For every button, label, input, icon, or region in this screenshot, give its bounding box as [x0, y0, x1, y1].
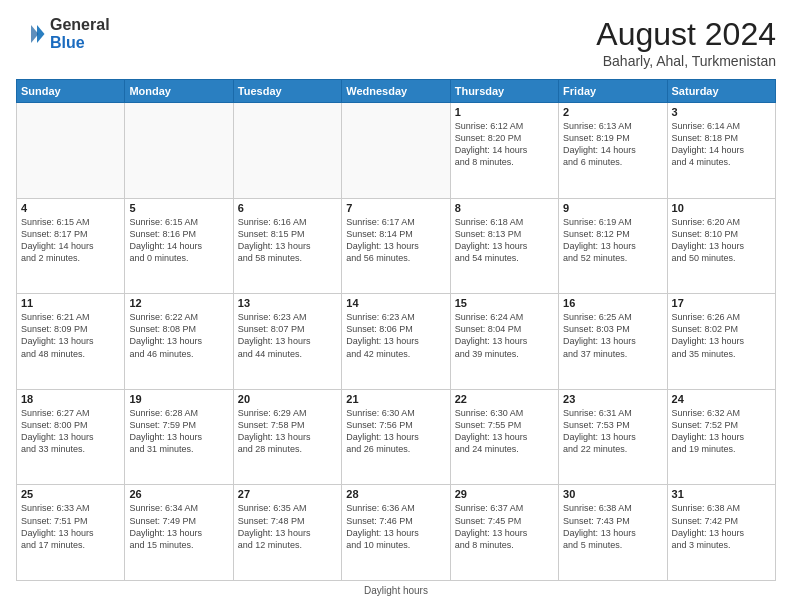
calendar-cell-w3d5: 23Sunrise: 6:31 AM Sunset: 7:53 PM Dayli…: [559, 389, 667, 485]
calendar-cell-w1d1: 5Sunrise: 6:15 AM Sunset: 8:16 PM Daylig…: [125, 198, 233, 294]
calendar-week-row-3: 18Sunrise: 6:27 AM Sunset: 8:00 PM Dayli…: [17, 389, 776, 485]
day-number: 12: [129, 297, 228, 309]
calendar-cell-w4d1: 26Sunrise: 6:34 AM Sunset: 7:49 PM Dayli…: [125, 485, 233, 581]
day-info: Sunrise: 6:15 AM Sunset: 8:16 PM Dayligh…: [129, 216, 228, 265]
calendar-cell-w3d2: 20Sunrise: 6:29 AM Sunset: 7:58 PM Dayli…: [233, 389, 341, 485]
day-info: Sunrise: 6:16 AM Sunset: 8:15 PM Dayligh…: [238, 216, 337, 265]
day-number: 8: [455, 202, 554, 214]
calendar-week-row-4: 25Sunrise: 6:33 AM Sunset: 7:51 PM Dayli…: [17, 485, 776, 581]
day-number: 19: [129, 393, 228, 405]
calendar-week-row-0: 1Sunrise: 6:12 AM Sunset: 8:20 PM Daylig…: [17, 103, 776, 199]
day-number: 15: [455, 297, 554, 309]
day-number: 17: [672, 297, 771, 309]
day-info: Sunrise: 6:12 AM Sunset: 8:20 PM Dayligh…: [455, 120, 554, 169]
day-number: 2: [563, 106, 662, 118]
day-number: 3: [672, 106, 771, 118]
calendar-cell-w4d2: 27Sunrise: 6:35 AM Sunset: 7:48 PM Dayli…: [233, 485, 341, 581]
calendar-cell-w4d3: 28Sunrise: 6:36 AM Sunset: 7:46 PM Dayli…: [342, 485, 450, 581]
day-number: 4: [21, 202, 120, 214]
day-info: Sunrise: 6:17 AM Sunset: 8:14 PM Dayligh…: [346, 216, 445, 265]
day-number: 14: [346, 297, 445, 309]
logo-blue-text: Blue: [50, 34, 85, 51]
day-info: Sunrise: 6:23 AM Sunset: 8:07 PM Dayligh…: [238, 311, 337, 360]
calendar-cell-w1d4: 8Sunrise: 6:18 AM Sunset: 8:13 PM Daylig…: [450, 198, 558, 294]
day-info: Sunrise: 6:13 AM Sunset: 8:19 PM Dayligh…: [563, 120, 662, 169]
day-info: Sunrise: 6:31 AM Sunset: 7:53 PM Dayligh…: [563, 407, 662, 456]
day-number: 16: [563, 297, 662, 309]
logo: General Blue: [16, 16, 110, 51]
col-tuesday: Tuesday: [233, 80, 341, 103]
calendar-cell-w1d6: 10Sunrise: 6:20 AM Sunset: 8:10 PM Dayli…: [667, 198, 775, 294]
col-sunday: Sunday: [17, 80, 125, 103]
day-number: 28: [346, 488, 445, 500]
calendar-cell-w4d5: 30Sunrise: 6:38 AM Sunset: 7:43 PM Dayli…: [559, 485, 667, 581]
day-info: Sunrise: 6:30 AM Sunset: 7:55 PM Dayligh…: [455, 407, 554, 456]
col-friday: Friday: [559, 80, 667, 103]
day-info: Sunrise: 6:37 AM Sunset: 7:45 PM Dayligh…: [455, 502, 554, 551]
location-subtitle: Baharly, Ahal, Turkmenistan: [596, 53, 776, 69]
calendar-cell-w3d4: 22Sunrise: 6:30 AM Sunset: 7:55 PM Dayli…: [450, 389, 558, 485]
day-info: Sunrise: 6:15 AM Sunset: 8:17 PM Dayligh…: [21, 216, 120, 265]
footer-note: Daylight hours: [16, 585, 776, 596]
day-number: 31: [672, 488, 771, 500]
col-monday: Monday: [125, 80, 233, 103]
day-number: 27: [238, 488, 337, 500]
day-info: Sunrise: 6:26 AM Sunset: 8:02 PM Dayligh…: [672, 311, 771, 360]
day-info: Sunrise: 6:24 AM Sunset: 8:04 PM Dayligh…: [455, 311, 554, 360]
calendar-cell-w4d4: 29Sunrise: 6:37 AM Sunset: 7:45 PM Dayli…: [450, 485, 558, 581]
calendar-cell-w3d0: 18Sunrise: 6:27 AM Sunset: 8:00 PM Dayli…: [17, 389, 125, 485]
day-info: Sunrise: 6:25 AM Sunset: 8:03 PM Dayligh…: [563, 311, 662, 360]
calendar-cell-w0d0: [17, 103, 125, 199]
calendar-week-row-2: 11Sunrise: 6:21 AM Sunset: 8:09 PM Dayli…: [17, 294, 776, 390]
day-info: Sunrise: 6:34 AM Sunset: 7:49 PM Dayligh…: [129, 502, 228, 551]
day-info: Sunrise: 6:27 AM Sunset: 8:00 PM Dayligh…: [21, 407, 120, 456]
day-number: 20: [238, 393, 337, 405]
calendar-cell-w0d1: [125, 103, 233, 199]
day-number: 29: [455, 488, 554, 500]
calendar-cell-w0d5: 2Sunrise: 6:13 AM Sunset: 8:19 PM Daylig…: [559, 103, 667, 199]
day-info: Sunrise: 6:33 AM Sunset: 7:51 PM Dayligh…: [21, 502, 120, 551]
logo-icon: [16, 19, 46, 49]
calendar-cell-w1d2: 6Sunrise: 6:16 AM Sunset: 8:15 PM Daylig…: [233, 198, 341, 294]
calendar-cell-w0d3: [342, 103, 450, 199]
day-info: Sunrise: 6:23 AM Sunset: 8:06 PM Dayligh…: [346, 311, 445, 360]
day-number: 23: [563, 393, 662, 405]
calendar-cell-w3d3: 21Sunrise: 6:30 AM Sunset: 7:56 PM Dayli…: [342, 389, 450, 485]
day-info: Sunrise: 6:36 AM Sunset: 7:46 PM Dayligh…: [346, 502, 445, 551]
day-info: Sunrise: 6:38 AM Sunset: 7:42 PM Dayligh…: [672, 502, 771, 551]
day-info: Sunrise: 6:18 AM Sunset: 8:13 PM Dayligh…: [455, 216, 554, 265]
calendar-cell-w1d5: 9Sunrise: 6:19 AM Sunset: 8:12 PM Daylig…: [559, 198, 667, 294]
day-number: 30: [563, 488, 662, 500]
day-number: 24: [672, 393, 771, 405]
calendar-cell-w2d0: 11Sunrise: 6:21 AM Sunset: 8:09 PM Dayli…: [17, 294, 125, 390]
calendar-header-row: Sunday Monday Tuesday Wednesday Thursday…: [17, 80, 776, 103]
day-number: 11: [21, 297, 120, 309]
day-number: 7: [346, 202, 445, 214]
day-number: 1: [455, 106, 554, 118]
calendar-cell-w3d1: 19Sunrise: 6:28 AM Sunset: 7:59 PM Dayli…: [125, 389, 233, 485]
day-info: Sunrise: 6:21 AM Sunset: 8:09 PM Dayligh…: [21, 311, 120, 360]
title-block: August 2024 Baharly, Ahal, Turkmenistan: [596, 16, 776, 69]
day-number: 9: [563, 202, 662, 214]
day-info: Sunrise: 6:32 AM Sunset: 7:52 PM Dayligh…: [672, 407, 771, 456]
day-number: 5: [129, 202, 228, 214]
calendar-week-row-1: 4Sunrise: 6:15 AM Sunset: 8:17 PM Daylig…: [17, 198, 776, 294]
calendar-cell-w0d6: 3Sunrise: 6:14 AM Sunset: 8:18 PM Daylig…: [667, 103, 775, 199]
day-info: Sunrise: 6:20 AM Sunset: 8:10 PM Dayligh…: [672, 216, 771, 265]
calendar-cell-w2d4: 15Sunrise: 6:24 AM Sunset: 8:04 PM Dayli…: [450, 294, 558, 390]
calendar-cell-w0d2: [233, 103, 341, 199]
day-info: Sunrise: 6:14 AM Sunset: 8:18 PM Dayligh…: [672, 120, 771, 169]
day-info: Sunrise: 6:28 AM Sunset: 7:59 PM Dayligh…: [129, 407, 228, 456]
day-info: Sunrise: 6:38 AM Sunset: 7:43 PM Dayligh…: [563, 502, 662, 551]
day-info: Sunrise: 6:35 AM Sunset: 7:48 PM Dayligh…: [238, 502, 337, 551]
calendar-cell-w4d6: 31Sunrise: 6:38 AM Sunset: 7:42 PM Dayli…: [667, 485, 775, 581]
day-number: 26: [129, 488, 228, 500]
day-number: 21: [346, 393, 445, 405]
header: General Blue August 2024 Baharly, Ahal, …: [16, 16, 776, 69]
calendar-cell-w2d2: 13Sunrise: 6:23 AM Sunset: 8:07 PM Dayli…: [233, 294, 341, 390]
col-wednesday: Wednesday: [342, 80, 450, 103]
logo-general-text: General: [50, 16, 110, 33]
calendar-cell-w2d3: 14Sunrise: 6:23 AM Sunset: 8:06 PM Dayli…: [342, 294, 450, 390]
day-info: Sunrise: 6:30 AM Sunset: 7:56 PM Dayligh…: [346, 407, 445, 456]
col-thursday: Thursday: [450, 80, 558, 103]
